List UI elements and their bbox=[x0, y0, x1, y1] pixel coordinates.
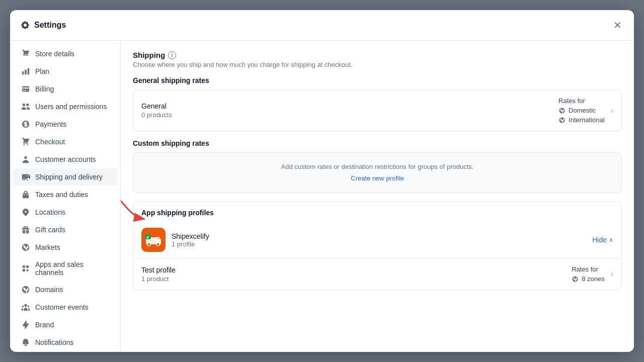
sidebar-label-payments: Payments bbox=[35, 120, 66, 128]
locations-icon bbox=[21, 208, 30, 217]
sidebar-item-custom-data[interactable]: Custom data bbox=[13, 351, 117, 352]
store-icon bbox=[21, 49, 30, 58]
sidebar-item-plan[interactable]: Plan bbox=[13, 63, 117, 80]
shipexcelify-app-icon: X bbox=[144, 230, 163, 249]
sidebar-item-customer-accounts[interactable]: Customer accounts bbox=[13, 151, 117, 168]
test-zones-item: 8 zones bbox=[572, 275, 605, 283]
general-label: General bbox=[141, 102, 558, 110]
sidebar-label-shipping-delivery: Shipping and delivery bbox=[35, 173, 103, 181]
hide-button[interactable]: Hide ∧ bbox=[592, 236, 613, 244]
sidebar-label-billing: Billing bbox=[35, 85, 54, 93]
domains-icon bbox=[21, 285, 30, 294]
sidebar-label-checkout: Checkout bbox=[35, 138, 65, 146]
notifications-icon bbox=[21, 338, 30, 347]
custom-rates-text: Add custom rates or destination restrict… bbox=[143, 163, 611, 170]
shipping-section-header: Shipping i Choose where you ship and how… bbox=[133, 51, 622, 68]
test-profile-chevron: › bbox=[611, 269, 613, 279]
sidebar-item-billing[interactable]: Billing bbox=[13, 80, 117, 98]
sidebar-item-domains[interactable]: Domains bbox=[13, 281, 117, 298]
checkout-icon bbox=[21, 137, 30, 146]
settings-icon bbox=[20, 20, 30, 30]
general-rates-title: General shipping rates bbox=[133, 76, 622, 84]
sidebar-item-notifications[interactable]: Notifications bbox=[13, 334, 117, 351]
general-rates-card: General 0 products Rates for Domestic bbox=[133, 89, 622, 131]
shipping-title: Shipping i bbox=[133, 51, 622, 59]
apps-icon bbox=[21, 264, 30, 273]
shipexcelify-name: Shipexcelify bbox=[172, 232, 592, 240]
billing-icon bbox=[21, 84, 30, 94]
users-icon bbox=[21, 102, 30, 111]
modal-body: Store details Plan Billing Users bbox=[10, 41, 634, 352]
plan-icon bbox=[21, 67, 30, 76]
sidebar-label-store-details: Store details bbox=[35, 50, 74, 58]
payments-icon bbox=[21, 120, 30, 129]
sidebar-item-locations[interactable]: Locations bbox=[13, 204, 117, 221]
domestic-rate: Domestic bbox=[558, 107, 596, 114]
sidebar-item-users-permissions[interactable]: Users and permissions bbox=[13, 98, 117, 115]
sidebar-label-customer-accounts: Customer accounts bbox=[35, 155, 96, 163]
sidebar-label-gift-cards: Gift cards bbox=[35, 226, 65, 234]
sidebar-label-customer-events: Customer events bbox=[35, 303, 89, 311]
sidebar-item-gift-cards[interactable]: Gift cards bbox=[13, 221, 117, 238]
sidebar-item-markets[interactable]: Markets bbox=[13, 239, 117, 256]
main-content: Shipping i Choose where you ship and how… bbox=[121, 41, 634, 352]
create-profile-link[interactable]: Create new profile bbox=[351, 174, 404, 182]
shipexcelify-icon-wrapper: X bbox=[141, 228, 166, 252]
sidebar-item-customer-events[interactable]: Customer events bbox=[13, 299, 117, 316]
sidebar-label-domains: Domains bbox=[35, 286, 63, 294]
sidebar-label-notifications: Notifications bbox=[35, 338, 73, 346]
test-profile-name: Test profile bbox=[141, 266, 572, 274]
shipexcelify-row: X Shipexcelify 1 profile Hide ∧ bbox=[133, 222, 621, 258]
general-sublabel: 0 products bbox=[141, 111, 558, 119]
sidebar-item-brand[interactable]: Brand bbox=[13, 316, 117, 333]
sidebar-item-apps-sales[interactable]: Apps and sales channels bbox=[13, 256, 117, 281]
sidebar-label-users-permissions: Users and permissions bbox=[35, 103, 107, 111]
custom-rates-title: Custom shipping rates bbox=[133, 139, 622, 147]
globe-domestic-icon bbox=[558, 107, 566, 114]
shipexcelify-info: Shipexcelify 1 profile bbox=[172, 232, 592, 248]
sidebar-item-store-details[interactable]: Store details bbox=[13, 45, 117, 62]
international-rate: International bbox=[558, 116, 605, 124]
svg-text:X: X bbox=[146, 236, 149, 239]
accounts-icon bbox=[21, 155, 30, 164]
test-profile-right: Rates for 8 zones bbox=[572, 265, 605, 283]
sidebar-item-taxes-duties[interactable]: Taxes and duties bbox=[13, 186, 117, 203]
app-shipping-profiles-card: App shipping profiles bbox=[133, 201, 622, 290]
markets-icon bbox=[21, 243, 30, 252]
shipping-info-icon[interactable]: i bbox=[168, 51, 176, 59]
chevron-up-icon: ∧ bbox=[609, 236, 613, 243]
sidebar-item-checkout[interactable]: Checkout bbox=[13, 133, 117, 150]
shipping-subtitle: Choose where you ship and how much you c… bbox=[133, 61, 622, 68]
general-rate-left: General 0 products bbox=[141, 102, 558, 119]
svg-point-6 bbox=[156, 243, 159, 246]
modal-header: Settings ✕ bbox=[10, 10, 634, 41]
test-profile-row[interactable]: Test profile 1 product Rates for 8 zones… bbox=[133, 258, 621, 290]
settings-modal: Settings ✕ Store details Plan bbox=[10, 10, 634, 352]
modal-title: Settings bbox=[34, 21, 66, 30]
modal-header-left: Settings bbox=[20, 20, 66, 30]
sidebar-label-plan: Plan bbox=[35, 67, 49, 75]
sidebar-label-markets: Markets bbox=[35, 243, 60, 251]
brand-icon bbox=[21, 320, 30, 329]
general-rate-chevron: › bbox=[611, 106, 613, 115]
rates-for-label: Rates for bbox=[558, 97, 585, 105]
general-rate-row[interactable]: General 0 products Rates for Domestic bbox=[133, 90, 621, 131]
giftcards-icon bbox=[21, 225, 30, 234]
svg-point-5 bbox=[147, 243, 150, 246]
taxes-icon bbox=[21, 190, 30, 199]
app-shipping-profiles-title: App shipping profiles bbox=[133, 202, 621, 222]
sidebar-item-payments[interactable]: Payments bbox=[13, 116, 117, 133]
shipping-icon bbox=[21, 172, 30, 182]
sidebar-label-apps-sales: Apps and sales channels bbox=[35, 260, 109, 277]
sidebar-label-taxes-duties: Taxes and duties bbox=[35, 191, 88, 199]
globe-test-icon bbox=[572, 276, 579, 283]
test-profile-count: 1 product bbox=[141, 275, 572, 283]
events-icon bbox=[21, 303, 30, 312]
sidebar-item-shipping-delivery[interactable]: Shipping and delivery bbox=[13, 168, 117, 186]
general-rate-right: Rates for Domestic International bbox=[558, 97, 605, 124]
shipexcelify-profiles: 1 profile bbox=[172, 240, 592, 248]
sidebar-label-brand: Brand bbox=[35, 321, 54, 329]
close-button[interactable]: ✕ bbox=[611, 17, 624, 33]
sidebar-label-locations: Locations bbox=[35, 208, 65, 216]
custom-rates-card: Add custom rates or destination restrict… bbox=[133, 152, 622, 193]
